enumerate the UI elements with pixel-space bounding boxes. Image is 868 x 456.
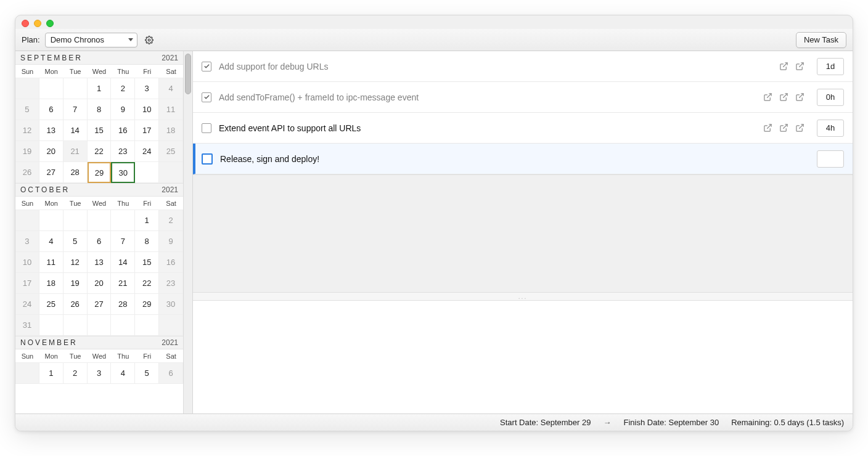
day-cell[interactable]: 12 [63, 252, 88, 273]
day-cell[interactable]: 4 [159, 78, 183, 99]
day-cell[interactable]: 8 [88, 99, 112, 120]
external-link-icon[interactable] [793, 60, 806, 73]
day-cell[interactable]: 5 [135, 363, 159, 384]
external-link-icon[interactable] [793, 122, 806, 134]
day-cell[interactable]: 29 [135, 294, 159, 315]
day-cell[interactable]: 19 [63, 273, 88, 294]
day-cell[interactable]: 31 [15, 315, 39, 336]
day-cell[interactable]: 1 [88, 78, 112, 99]
day-cell[interactable]: 16 [111, 120, 135, 141]
external-link-icon[interactable] [777, 122, 790, 134]
day-cell[interactable]: 30 [159, 294, 183, 315]
day-cell[interactable]: 1 [135, 210, 159, 231]
day-cell[interactable]: 23 [111, 141, 135, 162]
scrollbar-thumb[interactable] [185, 54, 191, 94]
day-cell[interactable]: 8 [135, 231, 159, 252]
day-cell[interactable]: 1 [39, 363, 63, 384]
day-cell[interactable]: 15 [88, 120, 112, 141]
external-link-icon[interactable] [761, 122, 774, 134]
day-cell[interactable]: 5 [63, 231, 88, 252]
external-link-icon[interactable] [761, 91, 774, 104]
day-cell[interactable]: 21 [63, 141, 88, 162]
plan-select[interactable]: Demo Chronos [45, 33, 137, 47]
day-cell[interactable]: 24 [135, 141, 159, 162]
day-cell[interactable]: 14 [111, 252, 135, 273]
day-cell[interactable]: 4 [39, 231, 63, 252]
task-duration-input[interactable] [817, 150, 844, 168]
day-cell[interactable]: 2 [159, 210, 183, 231]
day-cell[interactable]: 17 [15, 273, 39, 294]
day-cell[interactable]: 9 [111, 99, 135, 120]
day-cell[interactable]: 23 [159, 273, 183, 294]
day-cell[interactable]: 2 [111, 78, 135, 99]
day-cell[interactable]: 28 [63, 162, 88, 183]
day-cell[interactable]: 20 [39, 141, 63, 162]
day-cell[interactable]: 11 [39, 252, 63, 273]
day-cell[interactable]: 22 [88, 141, 112, 162]
calendar-scrollbar[interactable] [183, 51, 192, 413]
day-cell[interactable]: 10 [135, 99, 159, 120]
day-cell[interactable]: 25 [39, 294, 63, 315]
day-cell[interactable]: 12 [15, 120, 39, 141]
day-cell[interactable]: 13 [88, 252, 112, 273]
day-cell[interactable]: 20 [88, 273, 112, 294]
external-link-icon[interactable] [793, 91, 806, 104]
day-cell[interactable]: 16 [159, 252, 183, 273]
window-zoom-icon[interactable] [46, 20, 54, 27]
day-cell[interactable]: 19 [15, 141, 39, 162]
day-cell[interactable]: 18 [39, 273, 63, 294]
task-row[interactable]: Release, sign and deploy! [193, 144, 853, 174]
day-cell[interactable]: 3 [88, 363, 112, 384]
task-checkbox[interactable] [202, 92, 211, 102]
task-row[interactable]: Add sendToFrame() + frameId to ipc-messa… [193, 82, 853, 113]
day-cell[interactable]: 15 [135, 252, 159, 273]
day-cell[interactable]: 21 [111, 273, 135, 294]
new-task-button[interactable]: New Task [796, 32, 846, 48]
task-checkbox[interactable] [202, 123, 211, 133]
day-cell[interactable]: 17 [135, 120, 159, 141]
day-cell[interactable]: 25 [159, 141, 183, 162]
window-minimize-icon[interactable] [34, 20, 41, 27]
day-cell[interactable]: 11 [159, 99, 183, 120]
day-cell[interactable]: 3 [135, 78, 159, 99]
dow-cell: Sat [159, 65, 183, 78]
calendar-scroll[interactable]: SEPTEMBER2021SunMonTueWedThuFriSat123456… [15, 51, 183, 413]
external-link-icon[interactable] [777, 91, 790, 104]
day-cell[interactable]: 27 [39, 162, 63, 183]
day-cell[interactable]: 9 [159, 231, 183, 252]
day-cell[interactable]: 6 [39, 99, 63, 120]
day-cell[interactable]: 18 [159, 120, 183, 141]
notes-area[interactable] [193, 301, 853, 413]
plan-settings-button[interactable] [142, 33, 156, 47]
day-cell[interactable]: 5 [15, 99, 39, 120]
day-cell[interactable]: 22 [135, 273, 159, 294]
window-close-icon[interactable] [22, 20, 29, 27]
day-cell[interactable]: 3 [15, 231, 39, 252]
day-cell[interactable]: 6 [159, 363, 183, 384]
task-duration-input[interactable]: 0h [817, 89, 844, 106]
day-cell[interactable]: 29 [88, 162, 112, 183]
task-duration-input[interactable]: 4h [817, 120, 844, 137]
task-row[interactable]: Add support for debug URLs1d [193, 51, 853, 82]
task-row[interactable]: Extend event API to support all URLs4h [193, 113, 853, 144]
task-duration-input[interactable]: 1d [817, 58, 844, 75]
day-cell[interactable]: 28 [111, 294, 135, 315]
task-checkbox[interactable] [202, 153, 213, 165]
day-cell[interactable]: 13 [39, 120, 63, 141]
day-cell[interactable]: 26 [15, 162, 39, 183]
status-start: Start Date: September 29 [500, 418, 591, 427]
day-cell[interactable]: 27 [88, 294, 112, 315]
day-cell[interactable]: 4 [111, 363, 135, 384]
day-cell[interactable]: 26 [63, 294, 88, 315]
day-cell[interactable]: 24 [15, 294, 39, 315]
day-cell[interactable]: 7 [111, 231, 135, 252]
task-checkbox[interactable] [202, 62, 211, 71]
day-cell[interactable]: 10 [15, 252, 39, 273]
day-cell[interactable]: 6 [88, 231, 112, 252]
external-link-icon[interactable] [777, 60, 790, 73]
notes-resize-handle[interactable]: ... [193, 292, 853, 301]
day-cell[interactable]: 2 [63, 363, 88, 384]
day-cell[interactable]: 7 [63, 99, 88, 120]
day-cell[interactable]: 30 [111, 162, 135, 183]
day-cell[interactable]: 14 [63, 120, 88, 141]
